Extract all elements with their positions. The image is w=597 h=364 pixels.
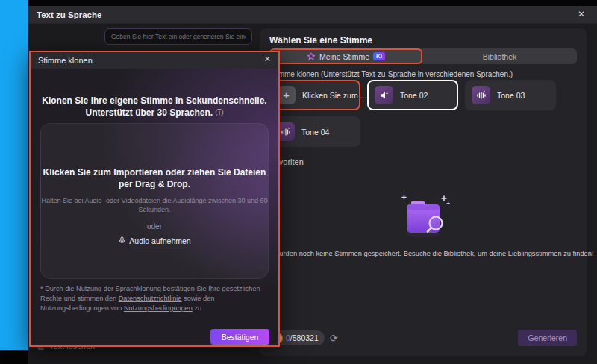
dropzone-hint-line2: Sekunden. — [41, 205, 268, 214]
dropzone-or-label: oder — [41, 222, 268, 230]
star-sparkle-icon — [307, 52, 316, 61]
info-icon[interactable]: ⓘ — [216, 108, 224, 117]
dropzone-hint: Halten Sie bei Audio- oder Videodateien … — [41, 196, 268, 214]
tab-my-voice[interactable]: Meine Stimme KI — [269, 48, 422, 64]
empty-folder-illustration — [260, 191, 587, 240]
generate-button[interactable]: Generieren — [518, 330, 577, 346]
tab-library[interactable]: Bibliothek — [422, 48, 577, 64]
dialog-footnote: * Durch die Nutzung der Sprachklonung be… — [40, 284, 267, 313]
dropzone-title: Klicken Sie zum Importieren oder ziehen … — [41, 166, 268, 190]
text-input[interactable] — [104, 28, 252, 45]
title-bar: Text zu Sprache ✕ — [28, 6, 597, 24]
privacy-policy-link[interactable]: Datenschutzrichtlinie — [119, 295, 182, 302]
clone-voice-dialog: Stimme klonen ✕ Klonen Sie Ihre eigene S… — [29, 51, 280, 347]
file-dropzone[interactable]: Klicken Sie zum Importieren oder ziehen … — [40, 123, 269, 279]
voice-tab-bar: Meine Stimme KI Bibliothek — [269, 48, 577, 64]
confirm-button[interactable]: Bestätigen — [210, 329, 269, 345]
window-close-icon[interactable]: ✕ — [575, 9, 588, 21]
voice-card-label: Tone 04 — [301, 128, 329, 136]
voice-panel-heading: Wählen Sie eine Stimme — [269, 35, 372, 46]
voice-card-tone-03[interactable]: Tone 03 — [465, 80, 556, 110]
desktop-background-strip — [0, 0, 28, 350]
voice-card-label: Tone 02 — [400, 91, 428, 100]
voice-card-label: Klicken Sie zum ... — [302, 91, 366, 100]
credit-count: 0/580321 — [286, 333, 319, 342]
record-audio-link[interactable]: Audio aufnehmen — [41, 236, 268, 245]
footnote-text: zu. — [193, 304, 204, 312]
dialog-title: Stimme klonen — [31, 56, 93, 65]
dialog-heading-line1: Klonen Sie Ihre eigene Stimme in Sekunde… — [31, 95, 278, 107]
record-audio-label: Audio aufnehmen — [129, 236, 190, 245]
dropzone-title-line1: Klicken Sie zum Importieren oder ziehen … — [41, 166, 268, 178]
ki-badge: KI — [373, 52, 385, 60]
microphone-icon — [118, 236, 126, 245]
credit-bar: AI 0/580321 ⟳ Generieren — [269, 330, 577, 346]
terms-of-use-link[interactable]: Nutzungsbedingungen — [124, 304, 193, 312]
waveform-icon — [472, 86, 490, 104]
dialog-close-icon[interactable]: ✕ — [264, 54, 271, 64]
app-window: Text zu Sprache ✕ Text löschen Wählen Si… — [28, 6, 597, 364]
voice-card-tone-04[interactable]: Tone 04 — [269, 116, 360, 147]
dialog-heading-line2-text: Unterstützt über 30 Sprachen. — [85, 107, 213, 118]
voice-card-import[interactable]: + Klicken Sie zum ... — [269, 80, 360, 110]
credits-total: /580321 — [290, 333, 319, 342]
voice-card-list: + Klicken Sie zum ... Tone 02 — [269, 80, 578, 147]
refresh-icon[interactable]: ⟳ — [330, 333, 338, 343]
dropzone-title-line2: per Drag & Drop. — [41, 178, 268, 190]
favorites-empty-text: Hier wurden noch keine Stimmen gespeiche… — [260, 250, 587, 257]
voice-panel: Wählen Sie eine Stimme Meine Stimme KI B… — [260, 28, 587, 356]
clone-hint-label: Stimme klonen (Unterstützt Text-zu-Sprac… — [269, 70, 513, 78]
dialog-heading-line2: Unterstützt über 30 Sprachen. ⓘ — [31, 107, 278, 119]
voice-card-label: Tone 03 — [497, 91, 525, 100]
dialog-header: Stimme klonen ✕ — [31, 52, 278, 69]
tab-my-voice-label: Meine Stimme — [319, 52, 369, 61]
dialog-heading: Klonen Sie Ihre eigene Stimme in Sekunde… — [31, 95, 278, 119]
dropzone-hint-line1: Halten Sie bei Audio- oder Videodateien … — [41, 196, 268, 205]
speaker-icon — [375, 86, 393, 104]
voice-card-tone-02[interactable]: Tone 02 — [367, 80, 458, 110]
window-title: Text zu Sprache — [28, 10, 101, 19]
